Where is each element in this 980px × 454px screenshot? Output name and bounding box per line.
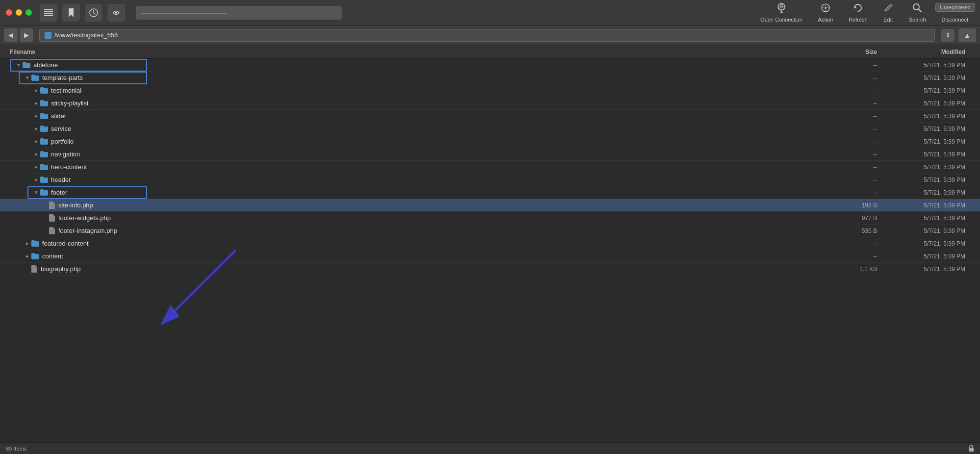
svg-marker-10: [854, 6, 857, 8]
list-item[interactable]: ► slider -- 5/7/21, 5:39 PM: [0, 110, 980, 123]
history-icon[interactable]: [85, 4, 102, 22]
edit-icon: [883, 3, 893, 15]
list-item[interactable]: ► sticky-playlist -- 5/7/21, 5:39 PM: [0, 97, 980, 110]
list-item[interactable]: ► navigation -- 5/7/21, 5:39 PM: [0, 148, 980, 161]
list-item[interactable]: ► testimonial -- 5/7/21, 5:39 PM: [0, 84, 980, 97]
file-modified: 5/7/21, 5:39 PM: [887, 87, 965, 94]
file-modified: 5/7/21, 5:39 PM: [887, 126, 965, 132]
file-name: sticky-playlist: [51, 100, 818, 107]
expand-toggle[interactable]: ►: [24, 253, 31, 259]
file-name: navigation: [51, 151, 818, 158]
folder-icon: [40, 177, 48, 183]
expand-toggle[interactable]: ►: [32, 88, 40, 93]
list-item[interactable]: ► content -- 5/7/21, 5:39 PM: [0, 250, 980, 263]
expand-toggle[interactable]: ►: [24, 241, 31, 246]
path-text: /www/testingsitex_556: [54, 31, 118, 39]
file-size: 977 B: [818, 215, 877, 222]
path-input[interactable]: /www/testingsitex_556: [39, 29, 935, 42]
path-folder-icon: [45, 32, 51, 39]
expand-toggle[interactable]: ►: [32, 164, 40, 170]
unregistered-badge: Unregistered: [935, 3, 975, 12]
folder-icon: [31, 75, 39, 81]
expand-toggle[interactable]: ►: [32, 113, 40, 119]
folder-icon: [31, 253, 39, 259]
file-name: footer-widgets.php: [58, 214, 818, 222]
file-modified: 5/7/21, 5:39 PM: [887, 177, 965, 183]
file-size: --: [818, 164, 877, 171]
list-item[interactable]: ► featured-content -- 5/7/21, 5:39 PM: [0, 237, 980, 250]
file-name: footer-instagram.php: [58, 227, 818, 234]
path-chevron[interactable]: ⇕: [941, 29, 955, 42]
connect-icon[interactable]: [107, 4, 125, 22]
back-button[interactable]: ◀: [4, 28, 18, 42]
file-name: testimonial: [51, 87, 818, 94]
file-size: --: [818, 75, 877, 81]
list-item[interactable]: ▼ template-parts -- 5/7/21, 5:39 PM: [0, 72, 980, 84]
expand-toggle[interactable]: ►: [32, 177, 40, 182]
minimize-button[interactable]: [16, 9, 22, 16]
folder-icon: [40, 113, 48, 119]
folder-icon: [40, 87, 48, 94]
maximize-button[interactable]: [25, 9, 32, 16]
item-count: 80 Items: [6, 446, 26, 452]
file-size: --: [818, 253, 877, 260]
edit-button[interactable]: Edit: [878, 1, 899, 25]
file-modified: 5/7/21, 5:39 PM: [887, 151, 965, 158]
file-name: site-info.php: [58, 202, 818, 209]
list-view-icon[interactable]: [40, 4, 57, 22]
list-item[interactable]: ► service -- 5/7/21, 5:39 PM: [0, 123, 980, 135]
file-name: featured-content: [42, 240, 818, 247]
forward-button[interactable]: ▶: [20, 28, 33, 42]
edit-label: Edit: [883, 17, 893, 23]
file-modified: 5/7/21, 5:39 PM: [887, 215, 965, 222]
bookmark-icon[interactable]: [62, 4, 80, 22]
svg-line-12: [919, 9, 921, 12]
file-size: 1.1 KB: [818, 266, 877, 273]
svg-point-11: [913, 4, 919, 10]
expand-toggle[interactable]: ►: [32, 151, 40, 157]
file-name: slider: [51, 112, 818, 120]
file-list: ▼ abletone -- 5/7/21, 5:39 PM ▼ template…: [0, 59, 980, 276]
list-item[interactable]: ▼ abletone -- 5/7/21, 5:39 PM: [0, 59, 980, 72]
file-size: --: [818, 87, 877, 94]
list-item[interactable]: biography.php 1.1 KB 5/7/21, 5:39 PM: [0, 263, 980, 276]
path-bar-display: ————————————————: [136, 6, 342, 20]
expand-toggle[interactable]: ►: [32, 101, 40, 106]
file-modified: 5/7/21, 5:39 PM: [887, 266, 965, 273]
svg-rect-3: [44, 15, 53, 16]
file-icon: [49, 227, 55, 234]
nav-bar: ◀ ▶ /www/testingsitex_556 ⇕ ▲: [0, 25, 980, 45]
svg-point-5: [115, 12, 117, 14]
list-item[interactable]: footer-widgets.php 977 B 5/7/21, 5:39 PM: [0, 212, 980, 225]
refresh-icon: [853, 3, 863, 15]
disconnect-label: Disconnect: [942, 17, 968, 23]
file-modified: 5/7/21, 5:39 PM: [887, 62, 965, 69]
file-modified: 5/7/21, 5:39 PM: [887, 227, 965, 234]
file-modified: 5/7/21, 5:39 PM: [887, 240, 965, 247]
folder-icon: [40, 151, 48, 157]
open-connection-label: Open Connection: [760, 17, 803, 23]
list-item[interactable]: ► header -- 5/7/21, 5:39 PM: [0, 174, 980, 186]
expand-toggle[interactable]: ►: [32, 139, 40, 144]
list-item[interactable]: ▼ footer -- 5/7/21, 5:39 PM: [0, 186, 980, 199]
expand-toggle[interactable]: ▼: [24, 75, 31, 80]
expand-toggle[interactable]: ▼: [15, 62, 23, 68]
refresh-button[interactable]: Refresh: [843, 1, 874, 25]
file-name: header: [51, 176, 818, 183]
expand-toggle[interactable]: ►: [32, 126, 40, 131]
search-button[interactable]: Search: [903, 1, 932, 25]
file-modified: 5/7/21, 5:39 PM: [887, 202, 965, 209]
search-label: Search: [909, 17, 926, 23]
modified-column-header: Modified: [887, 49, 965, 55]
list-item[interactable]: footer-instagram.php 535 B 5/7/21, 5:39 …: [0, 225, 980, 237]
close-button[interactable]: [6, 9, 12, 16]
expand-toggle[interactable]: ▼: [32, 190, 40, 195]
list-item[interactable]: ► hero-content -- 5/7/21, 5:39 PM: [0, 161, 980, 174]
up-button[interactable]: ▲: [958, 28, 976, 42]
action-button[interactable]: Action: [812, 1, 839, 25]
list-item[interactable]: site-info.php 198 B 5/7/21, 5:39 PM: [0, 199, 980, 212]
open-connection-button[interactable]: Open Connection: [754, 1, 808, 25]
title-bar: ———————————————— Open Connection Action …: [0, 0, 980, 25]
file-size: --: [818, 100, 877, 107]
list-item[interactable]: ► portfolio -- 5/7/21, 5:39 PM: [0, 135, 980, 148]
